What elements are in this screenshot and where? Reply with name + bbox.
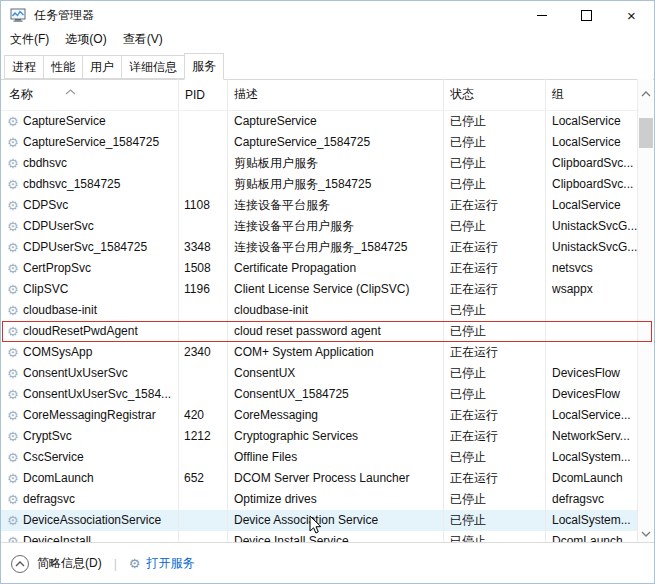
table-row[interactable]: ⚙DeviceAssociationServiceDevice Associat… bbox=[1, 510, 639, 531]
table-row[interactable]: ⚙CertPropSvc1508Certificate Propagation正… bbox=[1, 258, 639, 279]
service-name-cell[interactable]: ⚙CDPUserSvc_1584725 bbox=[1, 237, 179, 258]
service-pid bbox=[179, 153, 228, 174]
service-name-cell[interactable]: ⚙CDPUserSvc bbox=[1, 216, 179, 237]
gear-icon: ⚙ bbox=[7, 489, 23, 510]
service-group: DevicesFlow bbox=[546, 363, 639, 384]
fewer-details-label[interactable]: 简略信息(D) bbox=[37, 555, 102, 572]
table-row[interactable]: ⚙CDPUserSvc_15847253348连接设备平台用户服务_158472… bbox=[1, 237, 639, 258]
column-header-group[interactable]: 组 bbox=[546, 79, 639, 110]
tab-details[interactable]: 详细信息 bbox=[121, 55, 185, 79]
service-name-cell[interactable]: ⚙CryptSvc bbox=[1, 426, 179, 447]
service-description: Device Install Service bbox=[228, 531, 444, 542]
scrollbar-thumb[interactable] bbox=[639, 118, 653, 148]
table-row[interactable]: ⚙cbdhsvc剪贴板用户服务已停止ClipboardSvc... bbox=[1, 153, 639, 174]
open-services-link[interactable]: 打开服务 bbox=[146, 555, 194, 572]
service-name-cell[interactable]: ⚙CoreMessagingRegistrar bbox=[1, 405, 179, 426]
gear-icon: ⚙ bbox=[7, 321, 23, 342]
gear-icon: ⚙ bbox=[7, 153, 23, 174]
column-header-status[interactable]: 状态 bbox=[444, 79, 546, 110]
fewer-details-button[interactable] bbox=[11, 555, 29, 573]
column-header-name-label: 名称 bbox=[9, 86, 33, 103]
service-status: 已停止 bbox=[444, 300, 546, 321]
service-pid bbox=[179, 216, 228, 237]
service-name-cell[interactable]: ⚙CaptureService_1584725 bbox=[1, 132, 179, 153]
table-row[interactable]: ⚙ClipSVC1196Client License Service (Clip… bbox=[1, 279, 639, 300]
table-row[interactable]: ⚙cloudResetPwdAgentcloud reset password … bbox=[1, 321, 639, 342]
gear-icon: ⚙ bbox=[7, 405, 23, 426]
service-pid bbox=[179, 489, 228, 510]
service-name-cell[interactable]: ⚙CDPSvc bbox=[1, 195, 179, 216]
table-row[interactable]: ⚙CryptSvc1212Cryptographic Services正在运行N… bbox=[1, 426, 639, 447]
service-name-cell[interactable]: ⚙CscService bbox=[1, 447, 179, 468]
service-name-cell[interactable]: ⚙cloudResetPwdAgent bbox=[1, 321, 179, 342]
service-group: wsappx bbox=[546, 279, 639, 300]
service-name-cell[interactable]: ⚙ClipSVC bbox=[1, 279, 179, 300]
close-button[interactable]: × bbox=[609, 1, 654, 29]
service-name-cell[interactable]: ⚙CaptureService bbox=[1, 111, 179, 132]
table-row[interactable]: ⚙CoreMessagingRegistrar420CoreMessaging正… bbox=[1, 405, 639, 426]
service-name-cell[interactable]: ⚙ConsentUxUserSvc bbox=[1, 363, 179, 384]
table-row[interactable]: ⚙cbdhsvc_1584725剪贴板用户服务_1584725已停止Clipbo… bbox=[1, 174, 639, 195]
service-name-cell[interactable]: ⚙DeviceInstall bbox=[1, 531, 179, 542]
service-pid bbox=[179, 510, 228, 531]
service-pid: 1508 bbox=[179, 258, 228, 279]
service-name-cell[interactable]: ⚙defragsvc bbox=[1, 489, 179, 510]
table-row[interactable]: ⚙defragsvcOptimize drives已停止defragsvc bbox=[1, 489, 639, 510]
service-group: NetworkServ... bbox=[546, 426, 639, 447]
service-pid: 1108 bbox=[179, 195, 228, 216]
table-row[interactable]: ⚙CscServiceOffline Files已停止LocalSystem..… bbox=[1, 447, 639, 468]
table-row[interactable]: ⚙ConsentUxUserSvc_1584...ConsentUX_15847… bbox=[1, 384, 639, 405]
tab-processes[interactable]: 进程 bbox=[4, 55, 44, 79]
maximize-button[interactable] bbox=[564, 1, 609, 29]
table-row[interactable]: ⚙cloudbase-initcloudbase-init已停止 bbox=[1, 300, 639, 321]
service-name-cell[interactable]: ⚙CertPropSvc bbox=[1, 258, 179, 279]
service-status: 正在运行 bbox=[444, 237, 546, 258]
service-name-cell[interactable]: ⚙cloudbase-init bbox=[1, 300, 179, 321]
table-row[interactable]: ⚙COMSysApp2340COM+ System Application正在运… bbox=[1, 342, 639, 363]
table-row[interactable]: ⚙CaptureService_1584725CaptureService_15… bbox=[1, 132, 639, 153]
table-row[interactable]: ⚙DeviceInstallDevice Install Service已停止D… bbox=[1, 531, 639, 542]
service-pid bbox=[179, 174, 228, 195]
table-row[interactable]: ⚙CaptureServiceCaptureService已停止LocalSer… bbox=[1, 111, 639, 132]
column-header-name[interactable]: 名称 bbox=[1, 79, 179, 110]
service-name: CDPUserSvc_1584725 bbox=[23, 237, 147, 258]
minimize-button[interactable] bbox=[519, 1, 564, 29]
scrollbar-up-icon[interactable] bbox=[641, 87, 651, 95]
service-status: 已停止 bbox=[444, 132, 546, 153]
gear-icon: ⚙ bbox=[7, 363, 23, 384]
service-name-cell[interactable]: ⚙ConsentUxUserSvc_1584... bbox=[1, 384, 179, 405]
service-name: DcomLaunch bbox=[23, 468, 94, 489]
service-name-cell[interactable]: ⚙DcomLaunch bbox=[1, 468, 179, 489]
service-group: ClipboardSvc... bbox=[546, 174, 639, 195]
service-name-cell[interactable]: ⚙cbdhsvc bbox=[1, 153, 179, 174]
table-row[interactable]: ⚙CDPUserSvc连接设备平台用户服务已停止UnistackSvcG... bbox=[1, 216, 639, 237]
service-group: netsvcs bbox=[546, 258, 639, 279]
gear-icon: ⚙ bbox=[7, 342, 23, 363]
service-description: Optimize drives bbox=[228, 489, 444, 510]
table-row[interactable]: ⚙DcomLaunch652DCOM Server Process Launch… bbox=[1, 468, 639, 489]
tab-services[interactable]: 服务 bbox=[184, 53, 224, 80]
service-group: DevicesFlow bbox=[546, 384, 639, 405]
column-header-description[interactable]: 描述 bbox=[228, 79, 444, 110]
scrollbar-down-icon[interactable] bbox=[641, 527, 651, 535]
vertical-scrollbar[interactable] bbox=[637, 79, 653, 542]
service-name-cell[interactable]: ⚙cbdhsvc_1584725 bbox=[1, 174, 179, 195]
table-row[interactable]: ⚙CDPSvc1108连接设备平台服务正在运行LocalService bbox=[1, 195, 639, 216]
service-description: 连接设备平台服务 bbox=[228, 195, 444, 216]
tab-users[interactable]: 用户 bbox=[82, 55, 122, 79]
service-pid bbox=[179, 321, 228, 342]
service-pid bbox=[179, 132, 228, 153]
column-header-pid[interactable]: PID bbox=[179, 79, 228, 110]
menu-item-options[interactable]: 选项(O) bbox=[65, 31, 106, 48]
gear-icon: ⚙ bbox=[7, 258, 23, 279]
menu-item-view[interactable]: 查看(V) bbox=[123, 31, 163, 48]
tab-performance[interactable]: 性能 bbox=[43, 55, 83, 79]
service-description: ConsentUX bbox=[228, 363, 444, 384]
table-row[interactable]: ⚙ConsentUxUserSvcConsentUX已停止DevicesFlow bbox=[1, 363, 639, 384]
service-name: CaptureService_1584725 bbox=[23, 132, 159, 153]
service-name-cell[interactable]: ⚙COMSysApp bbox=[1, 342, 179, 363]
service-name-cell[interactable]: ⚙DeviceAssociationService bbox=[1, 510, 179, 531]
service-description: CoreMessaging bbox=[228, 405, 444, 426]
menu-item-file[interactable]: 文件(F) bbox=[10, 31, 49, 48]
maximize-icon bbox=[581, 10, 592, 21]
